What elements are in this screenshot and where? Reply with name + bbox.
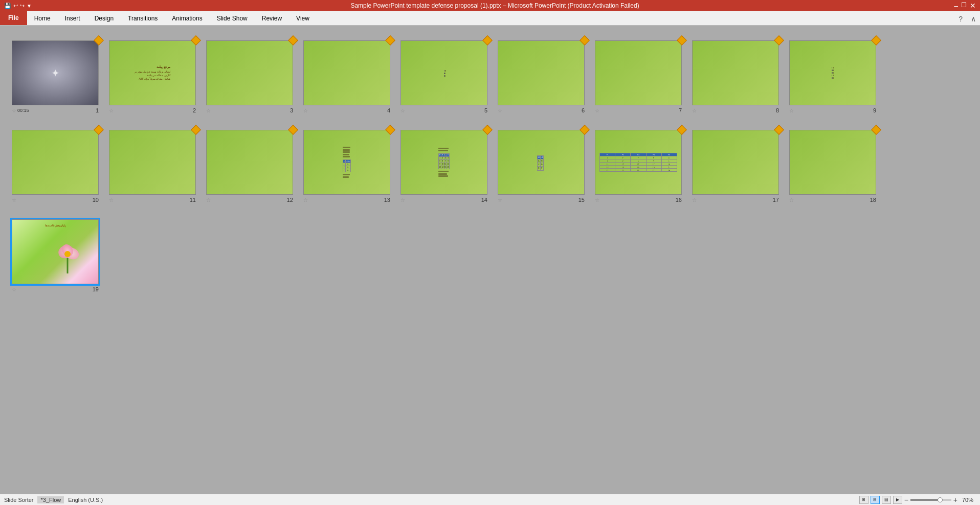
slide-18-wrapper[interactable] bbox=[788, 129, 877, 196]
slide-18-container[interactable]: ☆ 18 bbox=[788, 129, 877, 203]
slide-2-container[interactable]: مرحع پیامد ارزیابی و ارائه بهینه عوامل م… bbox=[108, 39, 197, 113]
slide-17-number: 17 bbox=[773, 197, 779, 203]
slide-sorter[interactable]: ✦ ☆ 00:15 1 مرحع پیامد bbox=[0, 26, 980, 494]
slide-19-star: ☆ bbox=[12, 287, 16, 292]
slide-16-wrapper[interactable]: P1 P2 P3 P4 P5 ۱ ۲ ۳ ۴ ۵ bbox=[594, 129, 683, 196]
slide-8-container[interactable]: ☆ 8 bbox=[691, 39, 780, 113]
status-right: ⊞ ⊟ ▤ ▶ − + 70% bbox=[859, 496, 976, 504]
slide-sorter-view-button[interactable]: ⊟ bbox=[871, 496, 880, 504]
zoom-out-button[interactable]: − bbox=[904, 496, 908, 504]
slide-10-wrapper[interactable] bbox=[11, 129, 100, 196]
help-icon[interactable]: ? bbox=[954, 13, 967, 25]
slide-4-star: ☆ bbox=[303, 108, 308, 113]
slide-19-thumb: پایان بخش قاعده‌ها bbox=[12, 219, 99, 284]
quick-access-redo-icon[interactable]: ↪ bbox=[20, 3, 25, 9]
slide-19-wrapper[interactable]: پایان بخش قاعده‌ها bbox=[11, 218, 100, 285]
slide-18-thumb bbox=[789, 130, 876, 195]
slideshow-view-button[interactable]: ▶ bbox=[893, 496, 902, 504]
slide-7-wrapper[interactable] bbox=[594, 39, 683, 106]
slide-13-wrapper[interactable]: کدمقدار ۱۱۰ ۲۲۰ ۳۳۰ bbox=[302, 129, 391, 196]
status-left: Slide Sorter *3_Flow English (U.S.) bbox=[4, 496, 103, 503]
slide-15-star: ☆ bbox=[498, 197, 502, 203]
reading-view-button[interactable]: ▤ bbox=[882, 496, 891, 504]
slide-18-star: ☆ bbox=[789, 197, 794, 203]
tab-label[interactable]: *3_Flow bbox=[37, 496, 64, 503]
slide-11-container[interactable]: ☆ 11 bbox=[108, 129, 197, 203]
tab-review[interactable]: Review bbox=[255, 12, 289, 25]
slide-16-container[interactable]: P1 P2 P3 P4 P5 ۱ ۲ ۳ ۴ ۵ bbox=[594, 129, 683, 203]
slide-9-container[interactable]: ☆ 9 bbox=[788, 39, 877, 113]
slide-10-number: 10 bbox=[93, 197, 99, 203]
slide-1-wrapper[interactable]: ✦ bbox=[11, 39, 100, 106]
tab-slide-show[interactable]: Slide Show bbox=[210, 12, 255, 25]
slide-15-thumb: H1H2 AB CD EF bbox=[498, 130, 585, 195]
tab-view[interactable]: View bbox=[289, 12, 317, 25]
close-button[interactable]: ✕ bbox=[970, 2, 976, 10]
slide-6-thumb bbox=[498, 40, 585, 105]
slide-14-number: 14 bbox=[481, 197, 487, 203]
slide-4-container[interactable]: ☆ 4 bbox=[302, 39, 391, 113]
ribbon-tabs: File Home Insert Design Transitions Anim… bbox=[0, 11, 980, 26]
slide-14-thumb: A B C D 1234 5678 9101112 13141516 bbox=[400, 130, 487, 195]
tab-animations[interactable]: Animations bbox=[165, 12, 209, 25]
slide-9-wrapper[interactable] bbox=[788, 39, 877, 106]
slide-19-number: 19 bbox=[93, 286, 99, 292]
slide-15-container[interactable]: H1H2 AB CD EF bbox=[497, 129, 586, 203]
slide-2-number: 2 bbox=[193, 107, 196, 113]
quick-access-customize-icon[interactable]: ▼ bbox=[27, 3, 32, 9]
slide-6-container[interactable]: ☆ 6 bbox=[497, 39, 586, 113]
zoom-slider-thumb[interactable] bbox=[938, 497, 943, 502]
slide-18-number: 18 bbox=[870, 197, 876, 203]
slide-13-container[interactable]: کدمقدار ۱۱۰ ۲۲۰ ۳۳۰ ☆ 13 bbox=[302, 129, 391, 203]
slide-3-star: ☆ bbox=[206, 108, 211, 113]
slide-17-container[interactable]: ☆ 17 bbox=[691, 129, 780, 203]
restore-button[interactable]: ❐ bbox=[961, 2, 967, 10]
slide-11-thumb bbox=[109, 130, 196, 195]
slide-17-wrapper[interactable] bbox=[691, 129, 780, 196]
window-title: Sample PowerPoint template defense propo… bbox=[36, 2, 954, 9]
slide-14-wrapper[interactable]: A B C D 1234 5678 9101112 13141516 bbox=[399, 129, 488, 196]
slide-10-container[interactable]: ☆ 10 bbox=[11, 129, 100, 203]
slide-4-wrapper[interactable] bbox=[302, 39, 391, 106]
slide-12-container[interactable]: ☆ 12 bbox=[205, 129, 294, 203]
slide-14-container[interactable]: A B C D 1234 5678 9101112 13141516 bbox=[399, 129, 488, 203]
status-bar: Slide Sorter *3_Flow English (U.S.) ⊞ ⊟ … bbox=[0, 494, 980, 505]
tab-file[interactable]: File bbox=[0, 11, 27, 25]
slide-11-number: 11 bbox=[190, 197, 196, 203]
quick-access-save-icon[interactable]: 💾 bbox=[4, 3, 11, 9]
slide-12-wrapper[interactable] bbox=[205, 129, 294, 196]
zoom-in-button[interactable]: + bbox=[953, 496, 957, 504]
slide-14-star: ☆ bbox=[400, 197, 405, 203]
slide-1-container[interactable]: ✦ ☆ 00:15 1 bbox=[11, 39, 100, 113]
slide-8-wrapper[interactable] bbox=[691, 39, 780, 106]
normal-view-button[interactable]: ⊞ bbox=[859, 496, 868, 504]
tab-insert[interactable]: Insert bbox=[58, 12, 87, 25]
slide-5-wrapper[interactable] bbox=[399, 39, 488, 106]
slide-19-container[interactable]: پایان بخش قاعده‌ها ☆ 19 bbox=[11, 218, 100, 292]
tab-transitions[interactable]: Transitions bbox=[121, 12, 165, 25]
ribbon-collapse-icon[interactable]: ∧ bbox=[967, 13, 980, 25]
slide-5-star: ☆ bbox=[400, 108, 405, 113]
slide-2-wrapper[interactable]: مرحع پیامد ارزیابی و ارائه بهینه عوامل م… bbox=[108, 39, 197, 106]
quick-access-undo-icon[interactable]: ↩ bbox=[13, 3, 18, 9]
zoom-level[interactable]: 70% bbox=[960, 497, 976, 503]
slide-5-container[interactable]: ☆ 5 bbox=[399, 39, 488, 113]
view-label: Slide Sorter bbox=[4, 497, 33, 503]
slide-7-container[interactable]: ☆ 7 bbox=[594, 39, 683, 113]
slide-3-wrapper[interactable] bbox=[205, 39, 294, 106]
slide-3-container[interactable]: ☆ 3 bbox=[205, 39, 294, 113]
slide-6-wrapper[interactable] bbox=[497, 39, 586, 106]
slide-11-wrapper[interactable] bbox=[108, 129, 197, 196]
minimize-button[interactable]: – bbox=[954, 2, 958, 10]
slide-1-number: 1 bbox=[96, 107, 99, 113]
slide-13-number: 13 bbox=[384, 197, 390, 203]
slide-4-thumb bbox=[303, 40, 390, 105]
slide-13-thumb: کدمقدار ۱۱۰ ۲۲۰ ۳۳۰ bbox=[303, 130, 390, 195]
tab-design[interactable]: Design bbox=[87, 12, 121, 25]
zoom-slider[interactable] bbox=[910, 499, 951, 501]
language-label[interactable]: English (U.S.) bbox=[68, 497, 103, 503]
tab-home[interactable]: Home bbox=[27, 12, 58, 25]
slide-15-wrapper[interactable]: H1H2 AB CD EF bbox=[497, 129, 586, 196]
slide-1-time: 00:15 bbox=[17, 108, 29, 113]
slide-7-thumb bbox=[595, 40, 682, 105]
